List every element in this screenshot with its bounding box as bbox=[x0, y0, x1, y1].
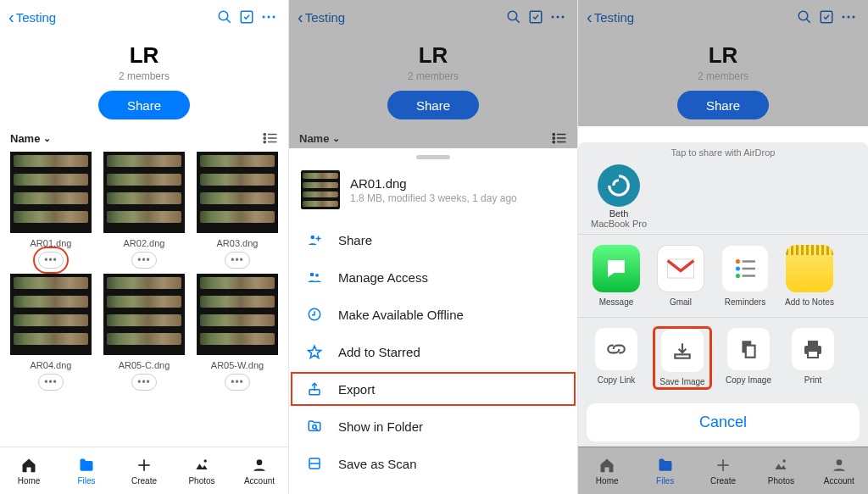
print-icon bbox=[792, 328, 834, 370]
list-view-icon[interactable] bbox=[263, 131, 278, 145]
folder-search-icon bbox=[306, 419, 323, 434]
svg-point-61 bbox=[783, 459, 786, 462]
tab-create[interactable]: Create bbox=[694, 447, 752, 494]
tab-account[interactable]: Account bbox=[810, 447, 868, 494]
menu-export[interactable]: Export bbox=[289, 370, 577, 408]
file-more-button[interactable]: ••• bbox=[225, 374, 250, 391]
sort-button[interactable]: Name⌄ bbox=[299, 132, 340, 145]
op-copy-image[interactable]: Copy Image bbox=[722, 328, 775, 388]
notes-icon bbox=[786, 245, 833, 292]
list-view-icon[interactable] bbox=[552, 131, 567, 145]
select-icon[interactable] bbox=[815, 9, 837, 25]
share-button[interactable]: Share bbox=[677, 91, 769, 119]
file-more-button[interactable]: ••• bbox=[131, 374, 157, 391]
svg-line-41 bbox=[806, 19, 810, 23]
svg-point-5 bbox=[273, 16, 275, 19]
select-icon[interactable] bbox=[525, 9, 547, 25]
menu-save-scan[interactable]: Save as Scan bbox=[289, 445, 577, 482]
file-name: AR01.dng bbox=[10, 238, 92, 248]
select-icon[interactable] bbox=[236, 9, 258, 25]
link-icon bbox=[595, 328, 637, 370]
op-save-image[interactable]: Save Image bbox=[656, 330, 709, 386]
tab-account[interactable]: Account bbox=[231, 447, 288, 494]
svg-point-43 bbox=[843, 16, 845, 19]
nav-bar: ‹Testing bbox=[578, 0, 868, 34]
tab-home[interactable]: Home bbox=[578, 447, 636, 494]
folder-header: LR 2 members Share bbox=[0, 34, 288, 126]
back-button[interactable]: ‹Testing bbox=[298, 8, 345, 25]
app-gmail[interactable]: Gmail bbox=[654, 245, 707, 307]
sheet-handle[interactable] bbox=[416, 155, 450, 159]
file-more-button[interactable]: ••• bbox=[38, 374, 64, 391]
svg-point-14 bbox=[204, 459, 207, 462]
search-icon[interactable] bbox=[503, 9, 525, 25]
app-notes[interactable]: Add to Notes bbox=[783, 245, 836, 307]
more-icon[interactable] bbox=[258, 14, 280, 19]
search-icon[interactable] bbox=[214, 9, 236, 25]
pane-files-grid: ‹ Testing LR 2 members Share Name ⌄ bbox=[0, 0, 289, 494]
svg-point-24 bbox=[553, 137, 554, 139]
tab-files[interactable]: Files bbox=[58, 447, 115, 494]
svg-line-17 bbox=[515, 19, 520, 23]
search-icon[interactable] bbox=[793, 9, 815, 25]
svg-rect-53 bbox=[675, 354, 689, 358]
tab-photos[interactable]: Photos bbox=[752, 447, 810, 494]
reminders-icon bbox=[721, 245, 769, 292]
app-message[interactable]: Message bbox=[590, 245, 643, 307]
svg-point-62 bbox=[836, 459, 842, 465]
cancel-button[interactable]: Cancel bbox=[587, 403, 860, 441]
menu-share[interactable]: Share bbox=[289, 221, 577, 258]
file-cell[interactable]: AR01.dng ••• bbox=[10, 152, 92, 269]
op-print[interactable]: Print bbox=[787, 328, 839, 388]
app-reminders[interactable]: Reminders bbox=[719, 245, 771, 307]
menu-show-in-folder[interactable]: Show in Folder bbox=[289, 408, 577, 445]
back-button[interactable]: ‹ Testing bbox=[8, 8, 56, 25]
export-icon bbox=[306, 381, 323, 397]
share-button[interactable]: Share bbox=[98, 91, 190, 119]
svg-point-31 bbox=[310, 273, 314, 277]
file-name: AR01.dng bbox=[350, 176, 517, 191]
file-more-button[interactable]: ••• bbox=[131, 252, 157, 269]
svg-point-22 bbox=[553, 133, 554, 135]
more-icon[interactable] bbox=[837, 14, 860, 19]
tab-files[interactable]: Files bbox=[636, 447, 693, 494]
file-name: AR05-C.dng bbox=[103, 360, 185, 370]
back-button[interactable]: ‹Testing bbox=[587, 8, 634, 25]
op-copy-link[interactable]: Copy Link bbox=[590, 328, 643, 388]
folder-subtitle: 2 members bbox=[0, 70, 288, 82]
svg-point-8 bbox=[264, 137, 265, 139]
file-menu: Share Manage Access Make Available Offli… bbox=[289, 218, 577, 486]
file-more-button[interactable]: ••• bbox=[225, 252, 250, 269]
file-cell[interactable]: AR02.dng ••• bbox=[103, 152, 185, 269]
tab-home[interactable]: Home bbox=[0, 447, 58, 494]
svg-point-47 bbox=[736, 259, 740, 264]
svg-point-6 bbox=[264, 133, 265, 135]
folder-icon bbox=[78, 456, 95, 475]
svg-point-49 bbox=[736, 266, 740, 270]
file-cell[interactable]: AR04.dng ••• bbox=[10, 274, 92, 391]
file-cell[interactable]: AR05-C.dng ••• bbox=[103, 274, 185, 391]
svg-point-4 bbox=[268, 16, 270, 19]
download-icon bbox=[661, 330, 704, 372]
file-cell[interactable]: AR05-W.dng ••• bbox=[197, 274, 278, 391]
airdrop-name: Beth bbox=[588, 208, 649, 219]
airdrop-target[interactable]: Beth MacBook Pro bbox=[588, 164, 649, 229]
share-button[interactable]: Share bbox=[387, 91, 479, 119]
file-more-button[interactable]: ••• bbox=[38, 252, 64, 269]
tab-photos[interactable]: Photos bbox=[173, 447, 231, 494]
menu-offline[interactable]: Make Available Offline bbox=[289, 296, 577, 333]
folder-subtitle: 2 members bbox=[289, 70, 577, 82]
tab-create[interactable]: Create bbox=[115, 447, 173, 494]
sort-button[interactable]: Name ⌄ bbox=[10, 132, 51, 145]
plus-icon bbox=[136, 456, 153, 475]
more-icon[interactable] bbox=[547, 14, 569, 19]
file-thumb-small bbox=[301, 170, 340, 209]
menu-starred[interactable]: Add to Starred bbox=[289, 333, 577, 370]
svg-rect-55 bbox=[746, 346, 755, 358]
menu-manage-access[interactable]: Manage Access bbox=[289, 258, 577, 296]
back-label: Testing bbox=[16, 10, 57, 25]
svg-rect-58 bbox=[808, 351, 818, 358]
svg-point-28 bbox=[311, 236, 315, 240]
file-cell[interactable]: AR03.dng ••• bbox=[197, 152, 278, 269]
chevron-down-icon: ⌄ bbox=[43, 133, 51, 144]
